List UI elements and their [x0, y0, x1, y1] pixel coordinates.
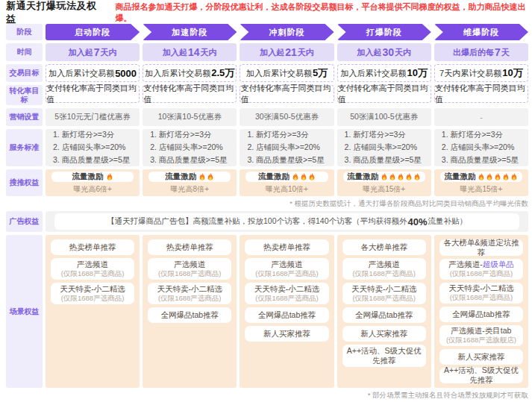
scene-box: 新人买家推荐 — [245, 326, 328, 342]
scene-box: 天天特卖-小二精选(仅限1688严选商品) — [342, 283, 426, 304]
scene-box-title: 全网爆品tab推荐 — [258, 310, 316, 320]
exposure-text: 曝光高8倍+ — [148, 184, 231, 195]
service-line: 1. 新灯塔分>=3分 — [53, 130, 114, 140]
service-cell: 1. 新灯塔分>=3分2. 店铺回头率>=20%3. 商品质量星级>=5星 — [434, 129, 528, 166]
time-num: 30 — [382, 46, 394, 58]
scene-box-sub: (仅限1688严选商品) — [255, 269, 318, 278]
scene-cell: 热卖榜单推荐 严选频道(仅限1688严选商品) 天天特卖-小二精选(仅限1688… — [143, 235, 237, 388]
cvr-cell: 支付转化率高于同类目均值 — [46, 85, 140, 103]
scene-box-title: A++活动、S级大促优先推荐 — [441, 365, 522, 385]
stage-arrow-5: 维爆阶段 — [434, 24, 528, 40]
service-line: 1. 新灯塔分>=3分 — [442, 130, 503, 140]
scene-box: A++活动、S级大促优先推荐 — [439, 368, 523, 384]
gmv-num: 2.5万 — [211, 66, 234, 80]
service-line: 1. 新灯塔分>=3分 — [150, 130, 211, 140]
traffic-incentive-pill: 流量激励 — [343, 172, 425, 182]
row-label-stage: 阶段 — [6, 24, 43, 40]
time-pre: 加入起 — [357, 47, 381, 58]
time-cell: 加入起21天内 — [240, 43, 334, 61]
scene-box-sub: (仅限1688严选商品) — [450, 293, 513, 302]
scene-box-title: 天天特卖-小二精选 — [351, 284, 417, 294]
scene-box: 天天特卖-小二精选(仅限1688严选商品) — [51, 283, 134, 304]
gmv-cell: 加入后累计交易额2.5万 — [143, 64, 237, 82]
flame-icon — [478, 172, 485, 181]
service-line: 3. 商品质量星级>=5星 — [247, 155, 324, 166]
scene-box-sub: (仅限1688严选商品) — [61, 294, 124, 303]
time-num: 14 — [188, 46, 200, 58]
scene-box-title: A++活动、S级大促优先推荐 — [344, 346, 425, 365]
cvr-cell: 支付转化率高于同类目均值 — [143, 85, 237, 103]
flame-group — [291, 172, 316, 181]
search-cell: 流量激励 曝光高6倍+ — [46, 169, 140, 196]
time-cell: 加入起30天内 — [337, 43, 431, 61]
incentive-label: 流量激励 — [258, 172, 290, 182]
marketing-cell: 50张满100-5优惠券 — [337, 108, 431, 126]
row-label-gmv: 交易目标 — [6, 64, 43, 82]
scene-box-title: 热卖榜单推荐 — [263, 242, 310, 252]
scene-box: 严选频道-类目tab(仅限1688严选旗舰店) — [439, 325, 523, 346]
service-line: 3. 商品质量星级>=5星 — [53, 155, 130, 166]
traffic-incentive-pill: 流量激励 — [245, 172, 328, 182]
row-label-service: 服务标准 — [6, 129, 43, 166]
row-label-time: 时间 — [6, 43, 43, 61]
gmv-pre: 加入后累计交易额 — [145, 68, 210, 79]
incentive-label: 流量激励 — [444, 172, 475, 182]
scene-box-title: 热卖榜单推荐 — [166, 242, 213, 252]
scene-box: 天天特卖-小二精选(仅限1688严选商品) — [245, 283, 328, 304]
scene-box-sub: (仅限1688严选旗舰店) — [446, 336, 516, 345]
time-num: 7 — [94, 46, 100, 58]
scene-box-sub: (仅限1688严选商品) — [158, 294, 221, 303]
search-cell: 流量激励 曝光高15倍+ — [434, 169, 528, 196]
search-cell: 流量激励 曝光高8倍+ — [143, 169, 237, 196]
scene-cell: 热卖榜单推荐 严选频道(仅限1688严选商品) 天天特卖-小二精选(仅限1688… — [46, 235, 140, 388]
stage-arrow-3: 冲刺阶段 — [240, 24, 334, 40]
flame-icon — [106, 172, 113, 181]
search-cell: 流量激励 曝光高10倍+ — [240, 169, 334, 196]
exposure-text: 曝光高15倍+ — [343, 184, 425, 195]
flame-icon — [494, 172, 501, 181]
scene-box-title: 全网爆品tab推荐 — [160, 310, 219, 320]
scene-box: 各大榜单推荐 — [342, 239, 426, 255]
service-line: 1. 新灯塔分>=3分 — [247, 130, 308, 140]
scene-box: 严选频道(仅限1688严选商品) — [51, 258, 134, 280]
scene-box-title-text: 严选频道- — [448, 260, 483, 268]
traffic-incentive-pill: 流量激励 — [148, 172, 231, 182]
scene-box: 热卖榜单推荐 — [245, 239, 328, 255]
marketing-cell: 10张满10-5优惠券 — [143, 108, 237, 126]
scene-box-title: 天天特卖-小二精选 — [254, 284, 320, 294]
scene-box: 全网爆品tab推荐 — [342, 307, 426, 323]
service-line: 3. 商品质量星级>=5星 — [345, 155, 422, 166]
service-cell: 1. 新灯塔分>=3分2. 店铺回头率>=20%3. 商品质量星级>=5星 — [143, 129, 237, 166]
ads-banner: 【通天打爆商品广告包】高额流量补贴，投放100个访客，得140个访客（平均获得额… — [46, 211, 528, 232]
traffic-incentive-pill: 流量激励 — [440, 172, 522, 182]
service-cell: 1. 新灯塔分>=3分2. 店铺回头率>=20%3. 商品质量星级>=5星 — [240, 129, 334, 166]
time-pre: 出爆后的每 — [453, 47, 494, 58]
flame-icon — [292, 172, 299, 181]
gmv-num: 10万 — [407, 66, 427, 80]
scene-cell: 各大榜单&频道定坑推荐 严选频道-超级单品(仅限1688严选商品) 天天特卖-小… — [434, 235, 528, 388]
flame-group — [380, 172, 421, 181]
scene-box-sub: (仅限1688严选商品) — [255, 294, 318, 303]
row-label-marketing: 营销设置 — [6, 108, 43, 126]
scene-footnote: * 部分场景需主动报名且符合场景投放规则才可获取 — [46, 391, 528, 400]
flame-icon — [502, 172, 510, 181]
marketing-cell: 5张10元无门槛优惠券 — [46, 108, 140, 126]
benefits-table: 阶段 启动阶段 加速阶段 冲刺阶段 打爆阶段 维爆阶段 时间 加入起7天内 加入… — [6, 24, 528, 400]
ads-text: 【通天打爆商品广告包】高额流量补贴，投放100个访客，得140个访客（平均获得额… — [107, 216, 407, 227]
scene-box-sub: (仅限1688严选商品) — [61, 269, 124, 278]
scene-box-title: 严选频道 — [369, 260, 400, 269]
time-pre: 加入起 — [69, 47, 93, 58]
gmv-cell: 7天内累计交易额10万 — [434, 64, 528, 82]
service-cell: 1. 新灯塔分>=3分2. 店铺回头率>=20%3. 商品质量星级>=5星 — [46, 129, 140, 166]
gmv-cell: 加入后累计交易额5000 — [46, 64, 140, 82]
ads-package-box: 【通天打爆商品广告包】高额流量补贴，投放100个访客，得140个访客（平均获得额… — [54, 213, 519, 230]
stage-arrow-1: 启动阶段 — [46, 24, 140, 40]
time-post: 天内 — [298, 47, 314, 58]
scene-box-title: 全网爆品tab推荐 — [355, 310, 413, 320]
service-line: 3. 商品质量星级>=5星 — [150, 155, 227, 166]
row-label-scene: 场景权益 — [6, 235, 43, 388]
scene-box-title: 天天特卖-小二精选 — [60, 284, 125, 294]
gmv-pre: 加入后累计交易额 — [340, 68, 406, 79]
scene-box: 严选频道(仅限1688严选商品) — [148, 258, 231, 280]
scene-box: 全网爆品tab推荐 — [245, 307, 328, 323]
